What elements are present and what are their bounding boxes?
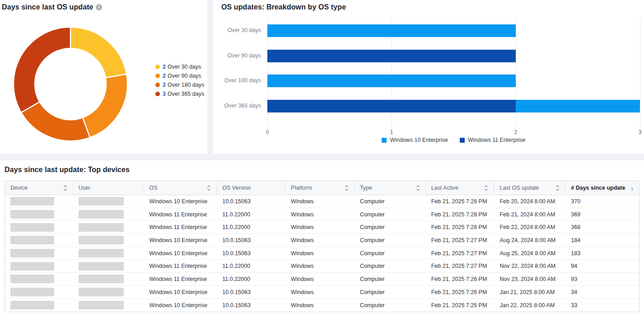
table-row[interactable]: Windows 11 Enterprise11.0.22000WindowsCo… bbox=[5, 273, 639, 286]
cell-text: Feb 21, 2025 7:28 PM bbox=[431, 224, 487, 230]
cell-device bbox=[5, 286, 73, 299]
column-header-days-since-update[interactable]: # Days since update↓ bbox=[565, 181, 639, 195]
table-row[interactable]: Windows 11 Enterprise11.0.22000WindowsCo… bbox=[5, 208, 639, 221]
cell-text: Windows 10 Enterprise bbox=[149, 302, 208, 308]
cell-text: 11.0.22000 bbox=[222, 263, 250, 269]
table-row[interactable]: Windows 10 Enterprise10.0.15063WindowsCo… bbox=[5, 299, 639, 312]
donut-slice-over-30-days[interactable] bbox=[70, 27, 126, 78]
cell-text: 370 bbox=[571, 198, 580, 205]
table-row[interactable]: Windows 11 Enterprise11.0.22000WindowsCo… bbox=[5, 221, 639, 234]
cell-platform: Windows bbox=[285, 260, 355, 272]
sort-descending-icon: ↓ bbox=[631, 185, 634, 192]
column-header-last-active[interactable]: Last Active bbox=[426, 181, 495, 195]
bar-over-90-days bbox=[267, 50, 640, 62]
dashboard: Days since last OS update i 2Over 30 day… bbox=[0, 0, 644, 313]
column-header-os-version[interactable]: OS Version bbox=[217, 181, 285, 195]
cell-text: Windows 10 Enterprise bbox=[149, 198, 208, 205]
cell-text: 10.0.15063 bbox=[222, 302, 251, 308]
cell-text: Windows bbox=[291, 289, 314, 295]
bar-segment-windows-11-enterprise[interactable] bbox=[267, 100, 516, 112]
column-header-user[interactable]: User bbox=[73, 181, 144, 195]
bar-category-label: Over 90 days bbox=[217, 52, 261, 59]
devices-table: DeviceUserOSOS VersionPlatformTypeLast A… bbox=[5, 181, 639, 312]
cell-text: Feb 21, 2025 7:27 PM bbox=[431, 237, 487, 243]
bar-segment-windows-10-enterprise[interactable] bbox=[516, 100, 640, 112]
bar-segment-windows-10-enterprise[interactable] bbox=[267, 75, 516, 87]
cell-type: Computer bbox=[355, 221, 426, 234]
cell-text: Windows bbox=[291, 211, 314, 218]
cell-text: Computer bbox=[360, 198, 385, 205]
redacted-value bbox=[10, 301, 54, 309]
redacted-value bbox=[10, 197, 54, 206]
donut-slice-over-365-days[interactable] bbox=[14, 27, 70, 112]
column-header-last-os-update[interactable]: Last OS update bbox=[494, 181, 565, 195]
cell-text: Windows 11 Enterprise bbox=[149, 224, 207, 230]
cell-os: Windows 10 Enterprise bbox=[144, 299, 217, 312]
column-header-os[interactable]: OS bbox=[144, 181, 217, 195]
cell-type: Computer bbox=[355, 195, 426, 208]
bar-segment-windows-10-enterprise[interactable] bbox=[267, 24, 516, 37]
legend-dot-icon bbox=[155, 92, 160, 96]
bar-card-title: OS updates: Breakdown by OS type bbox=[221, 3, 346, 11]
column-label: Device bbox=[10, 185, 61, 191]
bar-over-180-days bbox=[267, 75, 640, 87]
cell-user bbox=[73, 221, 144, 234]
sort-carets-icon bbox=[345, 185, 349, 191]
cell-text: 94 bbox=[571, 263, 577, 269]
table-row[interactable]: Windows 10 Enterprise10.0.15063WindowsCo… bbox=[5, 247, 639, 260]
os-breakdown-bar-card: OS updates: Breakdown by OS type Over 30… bbox=[213, 0, 644, 154]
cell-last-os-update: Feb 22, 2024 8:00 AM bbox=[494, 221, 565, 234]
redacted-value bbox=[79, 262, 124, 271]
cell-text: Computer bbox=[360, 302, 385, 308]
cell-text: Computer bbox=[360, 211, 385, 218]
table-row[interactable]: Windows 10 Enterprise10.0.15063WindowsCo… bbox=[5, 234, 639, 247]
column-header-platform[interactable]: Platform bbox=[285, 181, 355, 195]
cell-text: Windows 11 Enterprise bbox=[149, 263, 207, 269]
cell-text: Windows 11 Enterprise bbox=[149, 276, 207, 282]
donut-slice-over-90-days[interactable] bbox=[83, 74, 127, 137]
sort-carets-icon bbox=[63, 185, 67, 191]
donut-legend-item: 3Over 365 days bbox=[155, 89, 204, 98]
cell-text: Nov 22, 2024 8:00 AM bbox=[499, 263, 555, 269]
table-row[interactable]: Windows 11 Enterprise11.0.22000WindowsCo… bbox=[5, 260, 639, 273]
bar-legend-item: Windows 10 Enterprise bbox=[382, 137, 448, 143]
cell-text: 10.0.15063 bbox=[222, 289, 251, 295]
bar-category-label: Over 365 days bbox=[217, 103, 261, 109]
cell-text: 368 bbox=[571, 224, 580, 230]
cell-text: Windows bbox=[291, 250, 314, 257]
sort-carets-icon bbox=[484, 185, 488, 191]
bar-over-30-days bbox=[267, 24, 640, 37]
redacted-value bbox=[10, 223, 54, 232]
cell-type: Computer bbox=[355, 299, 426, 312]
cell-text: Feb 21, 2025 7:28 PM bbox=[431, 198, 487, 205]
bar-over-365-days bbox=[267, 100, 640, 112]
cell-user bbox=[73, 299, 144, 312]
column-label: OS bbox=[149, 185, 205, 191]
column-label: Last OS update bbox=[499, 185, 554, 191]
legend-label: Over 365 days bbox=[168, 91, 204, 97]
cell-text: Windows bbox=[291, 276, 314, 282]
cell-text: Windows 10 Enterprise bbox=[149, 250, 208, 257]
redacted-value bbox=[79, 223, 124, 232]
column-header-device[interactable]: Device bbox=[5, 181, 73, 195]
cell-last-os-update: Nov 22, 2024 8:00 AM bbox=[494, 260, 565, 272]
donut-slice-over-180-days[interactable] bbox=[21, 102, 90, 141]
cell-text: 184 bbox=[571, 237, 580, 243]
legend-label: Over 90 days bbox=[168, 73, 201, 79]
bar-segment-windows-11-enterprise[interactable] bbox=[267, 50, 516, 62]
column-label: OS Version bbox=[222, 185, 280, 191]
redacted-value bbox=[10, 210, 54, 219]
cell-text: 369 bbox=[571, 211, 580, 218]
cell-os-version: 10.0.15063 bbox=[217, 286, 285, 299]
x-tick-label: 1 bbox=[383, 129, 401, 135]
table-row[interactable]: Windows 10 Enterprise10.0.15063WindowsCo… bbox=[5, 286, 639, 299]
column-label: User bbox=[79, 185, 138, 191]
column-label: Type bbox=[360, 185, 414, 191]
column-header-type[interactable]: Type bbox=[355, 181, 426, 195]
cell-text: Feb 21, 2025 7:26 PM bbox=[431, 276, 487, 282]
cell-text: 93 bbox=[571, 276, 577, 282]
table-row[interactable]: Windows 10 Enterprise10.0.15063WindowsCo… bbox=[5, 195, 639, 208]
legend-label: Windows 11 Enterprise bbox=[468, 137, 526, 143]
cell-type: Computer bbox=[355, 234, 426, 247]
legend-label: Over 30 days bbox=[168, 64, 201, 70]
